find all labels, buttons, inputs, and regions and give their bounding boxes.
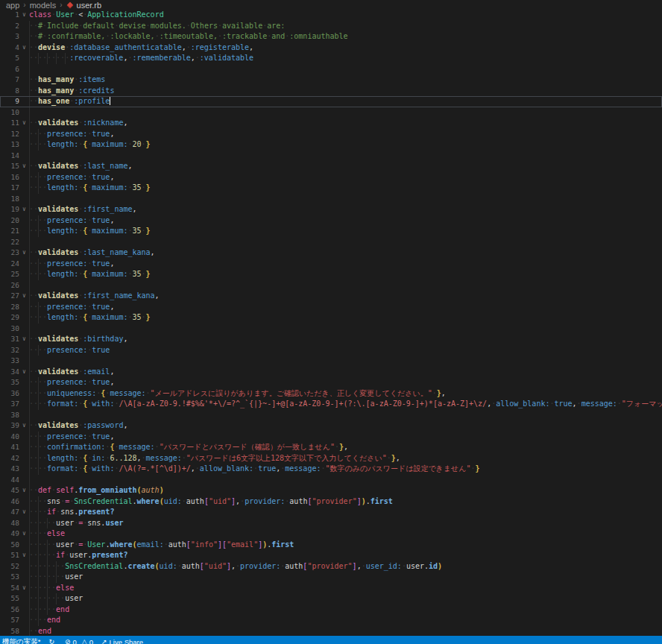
fold-chevron-icon[interactable]: ∨ [19,485,29,496]
line-number[interactable]: 51 [0,550,19,561]
code-line[interactable]: 38 [0,410,662,421]
fold-chevron-icon[interactable]: ∨ [19,334,29,345]
line-number[interactable]: 23 [0,247,19,259]
code-line[interactable]: 39∨··validates·:password, [0,420,662,432]
line-number[interactable]: 33 [0,356,19,367]
code-line[interactable]: 25····length:·{·maximum:·35·} [0,269,662,280]
line-number[interactable]: 2 [0,21,19,32]
line-number[interactable]: 28 [0,302,19,313]
breadcrumb-file[interactable]: user.rb [77,1,102,10]
code-line[interactable]: 8··has_many·:credits [0,86,662,97]
code-line[interactable]: 37····format:·{·with:·/\A[a-zA-Z0-9.!#$%… [0,399,662,410]
line-number[interactable]: 37 [0,399,19,410]
line-number[interactable]: 14 [0,151,19,162]
code-line[interactable]: 58··end [0,626,662,637]
line-number[interactable]: 57 [0,615,19,626]
line-number[interactable]: 49 [0,528,19,540]
code-line[interactable]: 20····presence:·true, [0,215,662,227]
code-line[interactable]: 53········user [0,572,662,583]
line-number[interactable]: 50 [0,540,19,551]
code-line[interactable]: 52········SnsCredential.create(uid:·auth… [0,561,662,572]
code-line[interactable]: 54∨······else [0,583,662,594]
code-line[interactable]: 7··has_many·:items [0,75,662,86]
line-number[interactable]: 20 [0,215,19,227]
code-line[interactable]: 17····length:·{·maximum:·35·} [0,183,662,194]
line-number[interactable]: 38 [0,410,19,421]
code-line[interactable]: 14 [0,151,662,162]
line-number[interactable]: 7 [0,75,19,86]
code-line[interactable]: 47∨····if·sns.present? [0,507,662,518]
line-number[interactable]: 17 [0,183,19,194]
status-item-live-share[interactable]: ↗Live Share [101,638,143,644]
fold-chevron-icon[interactable]: ∨ [19,528,29,540]
fold-chevron-icon[interactable]: ∨ [19,42,29,54]
breadcrumb-segment[interactable]: app [6,1,19,10]
line-number[interactable]: 58 [0,626,19,637]
line-number[interactable]: 3 [0,31,19,42]
line-number[interactable]: 30 [0,323,19,335]
line-number[interactable]: 54 [0,583,19,594]
fold-chevron-icon[interactable]: ∨ [19,507,29,518]
code-line[interactable]: 6 [0,64,662,75]
line-number[interactable]: 22 [0,237,19,248]
line-number[interactable]: 16 [0,172,19,183]
code-line[interactable]: 29····length:·{·maximum:·35·} [0,312,662,323]
code-line[interactable]: 30 [0,323,662,335]
line-number[interactable]: 44 [0,475,19,486]
code-line[interactable]: 3··#·:confirmable,·:lockable,·:timeoutab… [0,31,662,42]
code-line[interactable]: 24····presence:·true, [0,259,662,270]
line-number[interactable]: 56 [0,604,19,616]
fold-chevron-icon[interactable]: ∨ [19,291,29,302]
code-line[interactable]: 22 [0,237,662,248]
code-line[interactable]: 31∨··validates·:birthday, [0,334,662,345]
code-line[interactable]: 49∨····else [0,528,662,540]
line-number[interactable]: 35 [0,377,19,388]
line-number[interactable]: 21 [0,226,19,237]
code-line[interactable]: 33 [0,356,662,367]
line-number[interactable]: 36 [0,388,19,400]
code-line[interactable]: 43····format:·{·with:·/\A(?=.*[^\d])+/,·… [0,464,662,475]
code-line[interactable]: 13····length:·{·maximum:·20·} [0,139,662,151]
line-number[interactable]: 18 [0,194,19,205]
line-number[interactable]: 52 [0,561,19,572]
line-number[interactable]: 13 [0,139,19,151]
line-number[interactable]: 27 [0,291,19,302]
line-number[interactable]: 55 [0,593,19,604]
code-line[interactable]: 2··#·Include·default·devise·modules.·Oth… [0,21,662,32]
line-number[interactable]: 32 [0,345,19,356]
code-line[interactable]: 32····presence:·true [0,345,662,356]
code-line[interactable]: 36····uniqueness:·{·message:·"メールアドレスに誤り… [0,388,662,400]
status-item-sync[interactable]: ↻ [48,638,57,644]
line-number[interactable]: 29 [0,312,19,323]
line-number[interactable]: 40 [0,432,19,443]
line-number[interactable]: 26 [0,280,19,291]
line-number[interactable]: 9 [0,96,19,107]
line-number[interactable]: 25 [0,269,19,280]
code-line[interactable]: 46····sns·=·SnsCredential.where(uid:·aut… [0,496,662,508]
code-line[interactable]: 28····presence:·true, [0,302,662,313]
code-line[interactable]: 51∨······if·user.present? [0,550,662,561]
code-line[interactable]: 26 [0,280,662,291]
fold-chevron-icon[interactable]: ∨ [19,161,29,172]
code-line[interactable]: 9··has_one·:profile [0,96,662,107]
code-line[interactable]: 34∨··validates·:email, [0,367,662,378]
line-number[interactable]: 6 [0,64,19,75]
fold-chevron-icon[interactable]: ∨ [19,247,29,259]
line-number[interactable]: 19 [0,204,19,215]
line-number[interactable]: 46 [0,496,19,508]
code-line[interactable]: 19∨··validates·:first_name, [0,204,662,215]
code-line[interactable]: 27∨··validates·:first_name_kana, [0,291,662,302]
fold-chevron-icon[interactable]: ∨ [19,367,29,378]
status-item-branch[interactable]: 機能の実装* [2,637,40,644]
line-number[interactable]: 39 [0,420,19,432]
line-number[interactable]: 10 [0,107,19,119]
code-line[interactable]: 48······user·=·sns.user [0,518,662,529]
line-number[interactable]: 4 [0,42,19,54]
code-line[interactable]: 23∨··validates·:last_name_kana, [0,247,662,259]
status-item-problems[interactable]: ⊘0△0 [65,638,93,644]
fold-chevron-icon[interactable]: ∨ [19,583,29,594]
code-line[interactable]: 21····length:·{·maximum:·35·} [0,226,662,237]
code-line[interactable]: 41····confirmation:·{·message:·"パスワードとパス… [0,442,662,453]
code-line[interactable]: 40····presence:·true, [0,432,662,443]
code-line[interactable]: 15∨··validates·:last_name, [0,161,662,172]
